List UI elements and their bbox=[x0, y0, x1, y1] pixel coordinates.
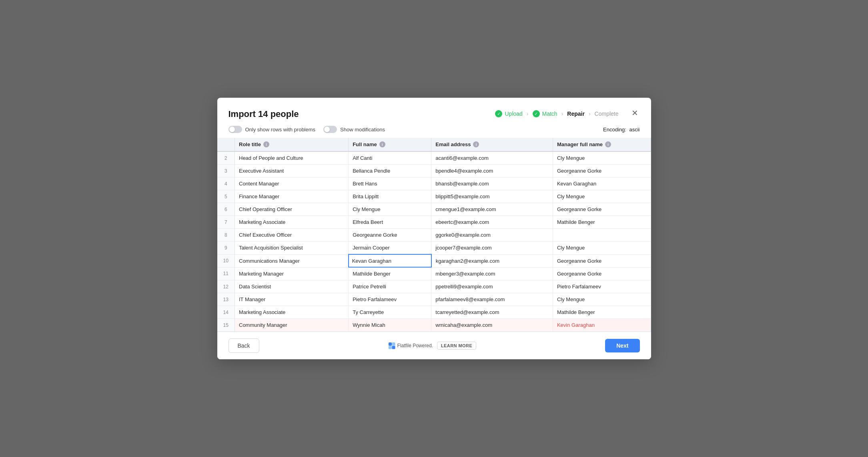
email-info-icon[interactable]: i bbox=[473, 141, 479, 147]
cell-email[interactable]: bpendle4@example.com bbox=[431, 165, 553, 177]
cell-full-name[interactable]: Wynnie Micah bbox=[349, 319, 431, 332]
table-row: 4Content ManagerBrett Hansbhansb@example… bbox=[217, 177, 651, 190]
cell-rownum: 9 bbox=[217, 242, 235, 255]
cell-email[interactable]: ppetrelli9@example.com bbox=[431, 280, 553, 293]
cell-manager[interactable]: Mathilde Benger bbox=[553, 216, 651, 229]
table-row: 8Chief Executive OfficerGeorgeanne Gorke… bbox=[217, 229, 651, 242]
cell-role-title[interactable]: Talent Acquisition Specialist bbox=[235, 242, 349, 255]
col-header-manager: Manager full name i bbox=[553, 138, 651, 151]
step-repair-label: Repair bbox=[567, 111, 585, 117]
cell-email[interactable]: pfarfalameev8@example.com bbox=[431, 293, 553, 306]
cell-manager[interactable]: Georgeanne Gorke bbox=[553, 267, 651, 280]
cell-full-name[interactable]: Cly Mengue bbox=[349, 203, 431, 216]
cell-manager[interactable] bbox=[553, 229, 651, 242]
cell-role-title[interactable]: Marketing Manager bbox=[235, 267, 349, 280]
cell-full-name[interactable]: Kevan Garaghan bbox=[349, 254, 431, 267]
cell-rownum: 5 bbox=[217, 190, 235, 203]
cell-email[interactable]: cmengue1@example.com bbox=[431, 203, 553, 216]
manager-info-icon[interactable]: i bbox=[605, 141, 611, 147]
cell-full-name[interactable]: Bellanca Pendle bbox=[349, 165, 431, 177]
cell-email[interactable]: kgaraghan2@example.com bbox=[431, 254, 553, 267]
cell-role-title[interactable]: Marketing Associate bbox=[235, 306, 349, 319]
cell-manager[interactable]: Cly Mengue bbox=[553, 242, 651, 255]
arrow-icon-3: › bbox=[588, 111, 591, 117]
cell-email[interactable]: acanti6@example.com bbox=[431, 151, 553, 165]
flatfile-powered-text: Flatfile Powered. bbox=[397, 343, 433, 348]
modal-footer: Back Flatfile Powered. LEARN MORE Next bbox=[217, 332, 651, 359]
cell-email[interactable]: tcarreyetted@example.com bbox=[431, 306, 553, 319]
cell-role-title[interactable]: Communications Manager bbox=[235, 254, 349, 267]
step-match: ✓ Match bbox=[533, 110, 557, 117]
cell-email[interactable]: ebeertc@example.com bbox=[431, 216, 553, 229]
cell-manager[interactable]: Pietro Farfalameev bbox=[553, 280, 651, 293]
cell-rownum: 7 bbox=[217, 216, 235, 229]
cell-full-name[interactable]: Patrice Petrelli bbox=[349, 280, 431, 293]
svg-rect-2 bbox=[389, 346, 392, 349]
cell-full-name[interactable]: Brett Hans bbox=[349, 177, 431, 190]
cell-email[interactable]: blippitt5@example.com bbox=[431, 190, 553, 203]
full-name-info-icon[interactable]: i bbox=[379, 141, 385, 147]
cell-full-name[interactable]: Elfreda Beert bbox=[349, 216, 431, 229]
cell-email[interactable]: jcooper7@example.com bbox=[431, 242, 553, 255]
cell-email[interactable]: wmicaha@example.com bbox=[431, 319, 553, 332]
table-row: 3Executive AssistantBellanca Pendlebpend… bbox=[217, 165, 651, 177]
cell-role-title[interactable]: Community Manager bbox=[235, 319, 349, 332]
cell-full-name[interactable]: Ty Carreyette bbox=[349, 306, 431, 319]
cell-role-title[interactable]: Chief Operating Officer bbox=[235, 203, 349, 216]
table-row: 15Community ManagerWynnie Micahwmicaha@e… bbox=[217, 319, 651, 332]
cell-rownum: 14 bbox=[217, 306, 235, 319]
cell-manager[interactable]: Kevin Garaghan bbox=[553, 319, 651, 332]
cell-rownum: 2 bbox=[217, 151, 235, 165]
controls-left: Only show rows with problems Show modifi… bbox=[229, 126, 385, 133]
cell-role-title[interactable]: Chief Executive Officer bbox=[235, 229, 349, 242]
cell-rownum: 15 bbox=[217, 319, 235, 332]
cell-role-title[interactable]: Content Manager bbox=[235, 177, 349, 190]
cell-full-name[interactable]: Alf Canti bbox=[349, 151, 431, 165]
toggle-modifications[interactable] bbox=[323, 126, 337, 133]
cell-manager[interactable]: Cly Mengue bbox=[553, 190, 651, 203]
controls-row: Only show rows with problems Show modifi… bbox=[217, 119, 651, 138]
cell-manager[interactable]: Georgeanne Gorke bbox=[553, 203, 651, 216]
learn-more-button[interactable]: LEARN MORE bbox=[437, 342, 476, 350]
cell-email[interactable]: mbenger3@example.com bbox=[431, 267, 553, 280]
cell-manager[interactable]: Kevan Garaghan bbox=[553, 177, 651, 190]
cell-role-title[interactable]: IT Manager bbox=[235, 293, 349, 306]
toggle-problems-group: Only show rows with problems bbox=[229, 126, 316, 133]
cell-role-title[interactable]: Executive Assistant bbox=[235, 165, 349, 177]
cell-manager[interactable]: Cly Mengue bbox=[553, 151, 651, 165]
cell-full-name[interactable]: Brita Lippitt bbox=[349, 190, 431, 203]
cell-role-title[interactable]: Marketing Associate bbox=[235, 216, 349, 229]
cell-rownum: 12 bbox=[217, 280, 235, 293]
cell-manager[interactable]: Georgeanne Gorke bbox=[553, 165, 651, 177]
cell-role-title[interactable]: Data Scientist bbox=[235, 280, 349, 293]
cell-role-title[interactable]: Head of People and Culture bbox=[235, 151, 349, 165]
toggle-problems[interactable] bbox=[229, 126, 242, 133]
table-row: 13IT ManagerPietro Farfalameevpfarfalame… bbox=[217, 293, 651, 306]
table-row: 5Finance ManagerBrita Lippittblippitt5@e… bbox=[217, 190, 651, 203]
cell-full-name[interactable]: Pietro Farfalameev bbox=[349, 293, 431, 306]
cell-full-name[interactable]: Georgeanne Gorke bbox=[349, 229, 431, 242]
back-button[interactable]: Back bbox=[229, 338, 259, 353]
cell-email[interactable]: ggorke0@example.com bbox=[431, 229, 553, 242]
next-button[interactable]: Next bbox=[605, 339, 639, 352]
step-upload-label: Upload bbox=[505, 111, 522, 117]
table-row: 6Chief Operating OfficerCly Menguecmengu… bbox=[217, 203, 651, 216]
cell-email[interactable]: bhansb@example.com bbox=[431, 177, 553, 190]
arrow-icon-2: › bbox=[561, 111, 564, 117]
close-button[interactable]: ✕ bbox=[630, 107, 640, 119]
match-check-icon: ✓ bbox=[533, 110, 540, 117]
data-table-wrapper: Role title i Full name i Email address bbox=[217, 138, 651, 332]
cell-manager[interactable]: Cly Mengue bbox=[553, 293, 651, 306]
toggle-modifications-label: Show modifications bbox=[340, 127, 385, 133]
cell-manager[interactable]: Georgeanne Gorke bbox=[553, 254, 651, 267]
cell-role-title[interactable]: Finance Manager bbox=[235, 190, 349, 203]
role-title-info-icon[interactable]: i bbox=[263, 141, 269, 147]
col-header-role-title: Role title i bbox=[235, 138, 349, 151]
table-row: 7Marketing AssociateElfreda Beertebeertc… bbox=[217, 216, 651, 229]
cell-manager[interactable]: Mathilde Benger bbox=[553, 306, 651, 319]
step-complete: Complete bbox=[595, 111, 619, 117]
cell-full-name[interactable]: Jermain Cooper bbox=[349, 242, 431, 255]
cell-full-name[interactable]: Mathilde Benger bbox=[349, 267, 431, 280]
import-modal: Import 14 people ✓ Upload › ✓ Match › Re… bbox=[217, 98, 651, 359]
table-row: 14Marketing AssociateTy Carreyettetcarre… bbox=[217, 306, 651, 319]
